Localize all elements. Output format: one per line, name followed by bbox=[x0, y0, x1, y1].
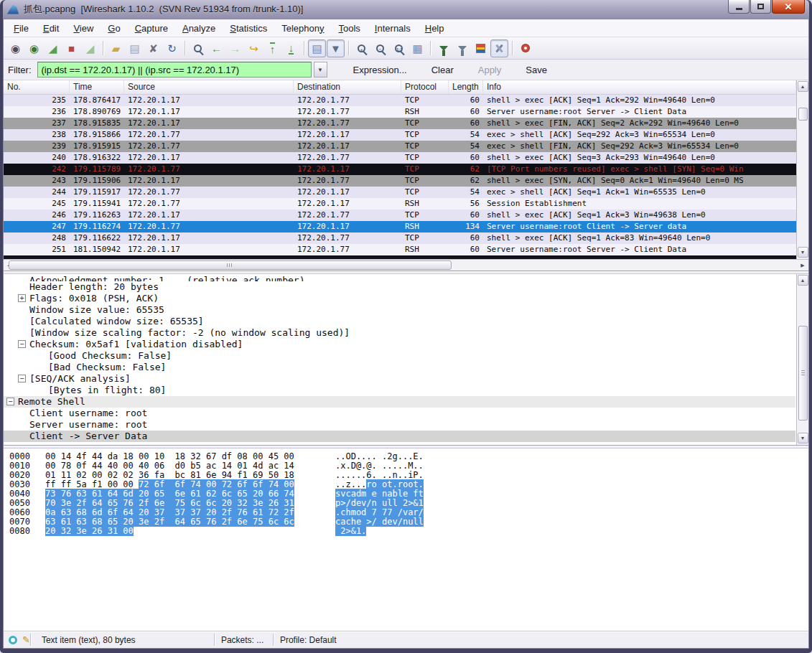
hscroll-thumb[interactable] bbox=[9, 260, 452, 270]
column-header-src[interactable]: Source bbox=[124, 80, 294, 94]
zoom-in-icon[interactable]: + bbox=[353, 39, 370, 57]
maximize-button[interactable] bbox=[750, 0, 771, 14]
resize-columns-icon[interactable]: ▦ bbox=[409, 39, 426, 57]
colorize-packets-toggle-icon[interactable]: ▤ bbox=[308, 39, 326, 57]
go-to-top-icon[interactable]: ↑ bbox=[263, 39, 281, 57]
packet-row-251[interactable]: 251181.150942172.20.1.17172.20.1.77RSH60… bbox=[4, 244, 808, 255]
vscroll-thumb[interactable] bbox=[798, 108, 808, 121]
packet-list-vscrollbar[interactable]: ▲ ▼ bbox=[796, 80, 808, 259]
menu-item-edit[interactable]: Edit bbox=[36, 20, 66, 37]
filter-clear-button[interactable]: Clear bbox=[429, 62, 457, 77]
capture-options-icon[interactable]: ◉ bbox=[25, 39, 43, 57]
packet-row-247[interactable]: 247179.116274172.20.1.77172.20.1.17RSH13… bbox=[4, 221, 808, 232]
go-to-bottom-icon[interactable]: ↓ bbox=[282, 39, 300, 57]
find-packet-icon[interactable] bbox=[189, 39, 207, 57]
menu-item-telephony[interactable]: Telephony bbox=[274, 20, 331, 37]
scroll-up-button[interactable]: ▲ bbox=[798, 275, 808, 286]
menu-item-view[interactable]: View bbox=[66, 20, 101, 37]
packet-list-hscrollbar[interactable]: ◀ ▶ bbox=[4, 259, 808, 271]
title-bar[interactable]: 抓包.pcapng [Wireshark 1.10.2 (SVN Rev 519… bbox=[3, 0, 809, 19]
detail-line-6[interactable]: −Checksum: 0x5af1 [validation disabled] bbox=[4, 339, 795, 350]
go-back-icon[interactable]: ← bbox=[207, 39, 225, 57]
vscroll-thumb[interactable] bbox=[798, 326, 808, 421]
packet-row-237[interactable]: 237178.915835172.20.1.17172.20.1.77TCP60… bbox=[4, 118, 808, 129]
go-to-packet-icon[interactable]: ↪ bbox=[245, 39, 263, 57]
packet-row-235[interactable]: 235178.876417172.20.1.17172.20.1.77TCP60… bbox=[4, 95, 808, 106]
preferences-icon[interactable] bbox=[490, 39, 508, 57]
detail-line-0[interactable]: Acknowledgment number: 1 (relative ack n… bbox=[4, 275, 795, 281]
packet-row-242[interactable]: 242179.115789172.20.1.77172.20.1.17TCP62… bbox=[4, 164, 808, 175]
display-filter-input[interactable] bbox=[37, 62, 312, 77]
help-icon[interactable] bbox=[516, 39, 534, 57]
packet-row-239[interactable]: 239178.915915172.20.1.77172.20.1.17TCP54… bbox=[4, 141, 808, 152]
column-header-time[interactable]: Time bbox=[70, 80, 124, 94]
filter-dropdown-button[interactable]: ▼ bbox=[314, 62, 327, 77]
coloring-rules-icon[interactable] bbox=[472, 39, 490, 57]
detail-line-2[interactable]: +Flags: 0x018 (PSH, ACK) bbox=[4, 293, 795, 304]
open-capture-icon[interactable]: ▰ bbox=[107, 39, 125, 57]
collapse-toggle-icon[interactable]: − bbox=[18, 375, 26, 382]
capture-comment-icon[interactable]: ✎ bbox=[22, 634, 30, 645]
hex-line-0080[interactable]: 008020 32 3e 26 31 00 2>&1. bbox=[4, 527, 808, 536]
detail-line-9[interactable]: −[SEQ/ACK analysis] bbox=[4, 373, 795, 385]
detail-line-3[interactable]: Window size value: 65535 bbox=[4, 304, 795, 316]
detail-vscrollbar[interactable]: ▲ ▼ bbox=[796, 274, 808, 445]
packet-row-246[interactable]: 246179.116263172.20.1.17172.20.1.77TCP60… bbox=[4, 210, 808, 221]
stop-capture-icon[interactable]: ■ bbox=[62, 39, 80, 57]
detail-line-11[interactable]: −Remote Shell bbox=[4, 396, 795, 408]
wireshark-logo-icon[interactable] bbox=[7, 5, 19, 14]
menu-item-capture[interactable]: Capture bbox=[128, 20, 175, 37]
go-forward-icon[interactable]: → bbox=[226, 39, 244, 57]
collapse-toggle-icon[interactable]: − bbox=[6, 398, 14, 405]
filter-save-button[interactable]: Save bbox=[523, 62, 550, 77]
detail-line-5[interactable]: [Window size scaling factor: -2 (no wind… bbox=[4, 327, 795, 339]
display-filter-icon[interactable] bbox=[453, 39, 471, 57]
close-capture-icon[interactable]: ✘ bbox=[144, 39, 162, 57]
packet-row-243[interactable]: 243179.115906172.20.1.17172.20.1.77TCP62… bbox=[4, 175, 808, 187]
scroll-right-button[interactable]: ▶ bbox=[798, 260, 808, 270]
zoom-out-icon[interactable]: − bbox=[371, 39, 389, 57]
start-capture-icon[interactable]: ◢ bbox=[44, 39, 62, 57]
column-header-len[interactable]: Length bbox=[449, 80, 483, 94]
filter-expression-button[interactable]: Expression... bbox=[350, 62, 410, 77]
collapse-toggle-icon[interactable]: − bbox=[18, 340, 26, 348]
detail-line-14[interactable]: Client -> Server Data bbox=[4, 431, 795, 442]
column-header-no[interactable]: No. bbox=[4, 80, 70, 94]
minimize-button[interactable] bbox=[728, 0, 750, 14]
restart-capture-icon[interactable]: ◢ bbox=[81, 39, 99, 57]
status-profile[interactable]: Profile: Default bbox=[274, 635, 342, 645]
menu-item-file[interactable]: File bbox=[6, 20, 36, 37]
packet-row-238[interactable]: 238178.915866172.20.1.77172.20.1.17TCP54… bbox=[4, 129, 808, 141]
reload-capture-icon[interactable]: ↻ bbox=[163, 39, 181, 57]
packet-row-245[interactable]: 245179.115941172.20.1.77172.20.1.17RSH56… bbox=[4, 198, 808, 210]
list-interfaces-icon[interactable]: ◉ bbox=[6, 39, 24, 57]
scroll-down-button[interactable]: ▼ bbox=[798, 433, 808, 443]
packet-row-240[interactable]: 240178.916322172.20.1.17172.20.1.77TCP60… bbox=[4, 152, 808, 164]
expand-toggle-icon[interactable]: + bbox=[18, 294, 26, 302]
menu-item-go[interactable]: Go bbox=[101, 20, 127, 37]
packet-row-236[interactable]: 236178.890769172.20.1.17172.20.1.77RSH60… bbox=[4, 106, 808, 118]
menu-item-tools[interactable]: Tools bbox=[332, 20, 368, 37]
menu-item-help[interactable]: Help bbox=[418, 20, 452, 37]
detail-line-13[interactable]: Server username: root bbox=[4, 419, 795, 431]
detail-line-10[interactable]: [Bytes in flight: 80] bbox=[4, 385, 795, 396]
detail-line-7[interactable]: [Good Checksum: False] bbox=[4, 350, 795, 362]
column-header-proto[interactable]: Protocol bbox=[401, 80, 449, 94]
capture-filter-icon[interactable] bbox=[434, 39, 452, 57]
column-header-dst[interactable]: Destination bbox=[294, 80, 401, 94]
detail-line-4[interactable]: [Calculated window size: 65535] bbox=[4, 316, 795, 327]
expert-info-icon[interactable] bbox=[9, 636, 17, 644]
close-button[interactable]: ✕ bbox=[772, 0, 805, 14]
save-capture-icon[interactable]: ▤ bbox=[126, 39, 144, 57]
column-header-info[interactable]: Info bbox=[483, 80, 796, 94]
menu-item-analyze[interactable]: Analyze bbox=[175, 20, 223, 37]
zoom-100-icon[interactable]: 1:1 bbox=[390, 39, 408, 57]
menu-item-statistics[interactable]: Statistics bbox=[223, 20, 274, 37]
packet-row-244[interactable]: 244179.115917172.20.1.77172.20.1.17TCP54… bbox=[4, 187, 808, 198]
packet-row-248[interactable]: 248179.116622172.20.1.17172.20.1.77TCP60… bbox=[4, 232, 808, 244]
menu-item-internals[interactable]: Internals bbox=[368, 20, 418, 37]
scroll-down-button[interactable]: ▼ bbox=[798, 247, 808, 258]
autoscroll-toggle-icon[interactable]: ▼ bbox=[327, 39, 345, 57]
scroll-up-button[interactable]: ▲ bbox=[798, 81, 808, 92]
detail-line-12[interactable]: Client username: root bbox=[4, 408, 795, 419]
